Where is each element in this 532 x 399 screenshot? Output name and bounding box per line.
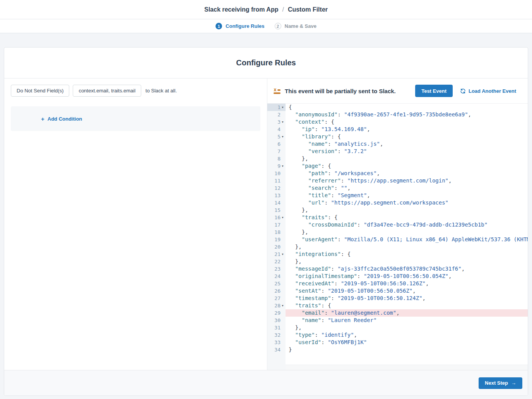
code-text[interactable]: "messageId": "ajs-33ffc2ac0a550e8f053789… — [286, 265, 528, 273]
code-line-9[interactable]: 9▾ "page": { — [267, 162, 528, 170]
code-line-23[interactable]: 23 "messageId": "ajs-33ffc2ac0a550e8f053… — [267, 265, 528, 273]
code-line-30[interactable]: 30 "name": "Lauren Reeder" — [267, 317, 528, 324]
gutter-cell[interactable]: 23 — [267, 265, 286, 273]
code-line-32[interactable]: 32 "type": "identify", — [267, 331, 528, 339]
code-line-3[interactable]: 3▾ "context": { — [267, 118, 528, 126]
breadcrumb-source[interactable]: Slack receiving from App — [204, 6, 278, 13]
code-line-11[interactable]: 11 "referrer": "https://app.segment.com/… — [267, 177, 528, 184]
gutter-cell[interactable]: 28▾ — [267, 302, 286, 309]
gutter-cell[interactable]: 16▾ — [267, 214, 286, 221]
code-line-1[interactable]: 1▾{ — [267, 104, 528, 111]
gutter-cell[interactable]: 33 — [267, 339, 286, 346]
code-text[interactable]: "type": "identify", — [286, 331, 528, 339]
fold-toggle-icon[interactable]: ▾ — [281, 118, 285, 126]
code-line-16[interactable]: 16▾ "traits": { — [267, 214, 528, 221]
gutter-cell[interactable]: 14 — [267, 199, 286, 206]
code-line-8[interactable]: 8 }, — [267, 155, 528, 162]
load-another-event-link[interactable]: Load Another Event — [460, 88, 516, 94]
fold-toggle-icon[interactable]: ▾ — [281, 251, 285, 258]
fold-toggle-icon[interactable]: ▾ — [281, 302, 285, 309]
code-line-10[interactable]: 10 "path": "/workspaces", — [267, 170, 528, 177]
gutter-cell[interactable]: 9▾ — [267, 162, 286, 170]
gutter-cell[interactable]: 18 — [267, 228, 286, 236]
gutter-cell[interactable]: 13 — [267, 192, 286, 199]
code-text[interactable]: "path": "/workspaces", — [286, 170, 528, 177]
gutter-cell[interactable]: 7 — [267, 148, 286, 155]
code-text[interactable]: "userAgent": "Mozilla/5.0 (X11; Linux x8… — [286, 236, 528, 243]
fold-toggle-icon[interactable]: ▾ — [281, 214, 285, 221]
code-line-31[interactable]: 31 }, — [267, 324, 528, 331]
code-line-7[interactable]: 7 "version": "3.7.2" — [267, 148, 528, 155]
code-text[interactable]: }, — [286, 206, 528, 214]
code-text[interactable]: "timestamp": "2019-05-10T00:56:50.124Z", — [286, 295, 528, 302]
code-line-27[interactable]: 27 "timestamp": "2019-05-10T00:56:50.124… — [267, 295, 528, 302]
gutter-cell[interactable]: 11 — [267, 177, 286, 184]
code-line-22[interactable]: 22 }, — [267, 258, 528, 265]
code-text[interactable]: }, — [286, 228, 528, 236]
add-condition-button[interactable]: + Add Condition — [41, 116, 82, 122]
code-text[interactable]: "referrer": "https://app.segment.com/log… — [286, 177, 528, 184]
gutter-cell[interactable]: 22 — [267, 258, 286, 265]
code-line-19[interactable]: 19 "userAgent": "Mozilla/5.0 (X11; Linux… — [267, 236, 528, 243]
fold-toggle-icon[interactable]: ▾ — [281, 133, 285, 140]
fold-toggle-icon[interactable]: ▾ — [281, 162, 285, 170]
code-text[interactable]: }, — [286, 243, 528, 251]
gutter-cell[interactable]: 34 — [267, 346, 286, 353]
code-text[interactable]: "email": "lauren@segment.com", — [286, 309, 528, 317]
code-text[interactable]: "anonymousId": "4f9390ae-2657-4fe1-9d95-… — [286, 111, 528, 118]
code-line-15[interactable]: 15 }, — [267, 206, 528, 214]
code-text[interactable]: }, — [286, 258, 528, 265]
gutter-cell[interactable]: 4 — [267, 126, 286, 133]
gutter-cell[interactable]: 15 — [267, 206, 286, 214]
code-text[interactable]: "name": "analytics.js", — [286, 140, 528, 148]
code-text[interactable]: "version": "3.7.2" — [286, 148, 528, 155]
fold-toggle-icon[interactable]: ▾ — [281, 104, 285, 111]
next-step-button[interactable]: Next Step → — [479, 377, 522, 389]
editor-horizontal-scrollbar[interactable] — [286, 365, 528, 370]
code-line-24[interactable]: 24 "originalTimestamp": "2019-05-10T00:5… — [267, 273, 528, 280]
code-text[interactable]: "traits": { — [286, 302, 528, 309]
code-text[interactable]: "sentAt": "2019-05-10T00:56:50.056Z", — [286, 287, 528, 295]
code-line-29[interactable]: 29 "email": "lauren@segment.com", — [267, 309, 528, 317]
rule-fields-button[interactable]: context.email, traits.email — [73, 85, 141, 97]
gutter-cell[interactable]: 20 — [267, 243, 286, 251]
gutter-cell[interactable]: 12 — [267, 184, 286, 192]
code-text[interactable]: "ip": "13.54.169.48", — [286, 126, 528, 133]
gutter-cell[interactable]: 26 — [267, 287, 286, 295]
code-text[interactable]: { — [286, 104, 528, 111]
json-editor[interactable]: 1▾{2 "anonymousId": "4f9390ae-2657-4fe1-… — [267, 103, 528, 370]
code-line-26[interactable]: 26 "sentAt": "2019-05-10T00:56:50.056Z", — [267, 287, 528, 295]
gutter-cell[interactable]: 31 — [267, 324, 286, 331]
code-line-33[interactable]: 33 "userId": "OsY6MFBj1K" — [267, 339, 528, 346]
code-line-4[interactable]: 4 "ip": "13.54.169.48", — [267, 126, 528, 133]
code-text[interactable]: "title": "Segment", — [286, 192, 528, 199]
code-text[interactable]: "originalTimestamp": "2019-05-10T00:56:5… — [286, 273, 528, 280]
code-line-17[interactable]: 17 "crossDomainId": "df3a47ee-bcc9-479d-… — [267, 221, 528, 228]
code-line-2[interactable]: 2 "anonymousId": "4f9390ae-2657-4fe1-9d9… — [267, 111, 528, 118]
code-text[interactable]: "traits": { — [286, 214, 528, 221]
gutter-cell[interactable]: 32 — [267, 331, 286, 339]
code-line-25[interactable]: 25 "receivedAt": "2019-05-10T00:56:50.12… — [267, 280, 528, 287]
code-line-12[interactable]: 12 "search": "", — [267, 184, 528, 192]
step-configure-rules[interactable]: 1 Configure Rules — [216, 23, 264, 29]
code-line-6[interactable]: 6 "name": "analytics.js", — [267, 140, 528, 148]
gutter-cell[interactable]: 5▾ — [267, 133, 286, 140]
code-text[interactable]: "receivedAt": "2019-05-10T00:56:50.126Z"… — [286, 280, 528, 287]
code-text[interactable]: }, — [286, 155, 528, 162]
code-text[interactable]: "url": "https://app.segment.com/workspac… — [286, 199, 528, 206]
code-line-14[interactable]: 14 "url": "https://app.segment.com/works… — [267, 199, 528, 206]
code-text[interactable]: }, — [286, 324, 528, 331]
code-line-34[interactable]: 34} — [267, 346, 528, 353]
gutter-cell[interactable]: 6 — [267, 140, 286, 148]
gutter-cell[interactable]: 21▾ — [267, 251, 286, 258]
gutter-cell[interactable]: 17 — [267, 221, 286, 228]
code-text[interactable]: } — [286, 346, 528, 353]
code-text[interactable]: "crossDomainId": "df3a47ee-bcc9-479d-add… — [286, 221, 528, 228]
gutter-cell[interactable]: 19 — [267, 236, 286, 243]
gutter-cell[interactable]: 25 — [267, 280, 286, 287]
gutter-cell[interactable]: 27 — [267, 295, 286, 302]
code-line-13[interactable]: 13 "title": "Segment", — [267, 192, 528, 199]
gutter-cell[interactable]: 29 — [267, 309, 286, 317]
test-event-button[interactable]: Test Event — [415, 85, 453, 97]
code-line-20[interactable]: 20 }, — [267, 243, 528, 251]
